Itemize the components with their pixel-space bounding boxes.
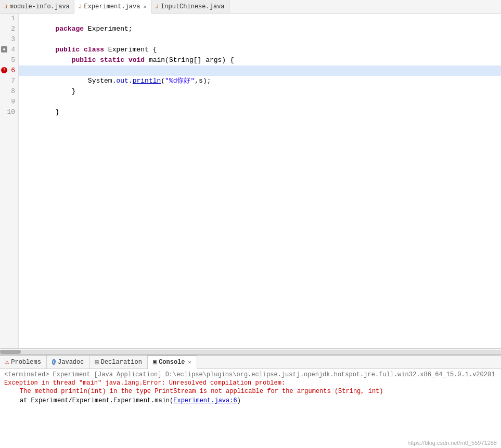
- bottom-panel: ⚠ Problems @ Javadoc ▤ Declaration ▣ Con…: [0, 354, 501, 448]
- problems-icon: ⚠: [5, 358, 9, 366]
- console-panel: <terminated> Experiment [Java Applicatio…: [0, 369, 501, 448]
- code-line-8: [19, 86, 501, 97]
- line-num-9: 9: [0, 97, 18, 107]
- tab-close-button[interactable]: ✕: [143, 4, 146, 10]
- code-container: 1 2 3 ◆ 4 5 ! 6 7 8 9 10 package Experim…: [0, 14, 501, 348]
- problems-label: Problems: [11, 359, 41, 366]
- watermark: https://blog.csdn.net/m0_55971288: [407, 440, 497, 446]
- line-num-1: 1: [0, 14, 18, 24]
- line-numbers: 1 2 3 ◆ 4 5 ! 6 7 8 9 10: [0, 14, 19, 348]
- line-num-6: ! 6: [0, 65, 18, 76]
- console-output: <terminated> Experiment [Java Applicatio…: [0, 369, 501, 406]
- console-at-text: at Experiment/Experiment.Experiment.main…: [20, 397, 173, 404]
- tab-declaration[interactable]: ▤ Declaration: [89, 355, 147, 368]
- code-line-2: [19, 24, 501, 34]
- tab-javadoc[interactable]: @ Javadoc: [47, 355, 90, 368]
- line-num-3: 3: [0, 34, 18, 45]
- java-icon: J: [156, 4, 159, 10]
- declaration-icon: ▤: [95, 358, 98, 366]
- javadoc-icon: @: [52, 359, 56, 366]
- code-line-3: public class Experiment {: [19, 34, 501, 45]
- java-icon: J: [79, 4, 82, 10]
- bottom-tab-bar: ⚠ Problems @ Javadoc ▤ Declaration ▣ Con…: [0, 355, 501, 369]
- code-line-7: }: [19, 76, 501, 86]
- line-num-7: 7: [0, 76, 18, 86]
- code-line-1: package Experiment;: [19, 14, 501, 24]
- code-line-5: int s=9;: [19, 55, 501, 65]
- console-terminated-line: <terminated> Experiment [Java Applicatio…: [4, 371, 497, 378]
- tab-bar: J module-info.java J Experiment.java ✕ J…: [0, 0, 501, 14]
- tab-label: InputChinese.java: [161, 3, 224, 10]
- console-label: Console: [159, 359, 185, 366]
- console-error-line1: Exception in thread "main" java.lang.Err…: [4, 379, 497, 387]
- javadoc-label: Javadoc: [58, 359, 84, 366]
- tab-problems[interactable]: ⚠ Problems: [0, 355, 47, 368]
- declaration-label: Declaration: [101, 359, 142, 366]
- console-close-button[interactable]: ✕: [188, 359, 191, 365]
- console-link[interactable]: Experiment.java:6: [173, 397, 237, 404]
- tab-label: Experiment.java: [84, 3, 140, 10]
- tab-console[interactable]: ▣ Console ✕: [148, 355, 197, 369]
- console-at-line: at Experiment/Experiment.Experiment.main…: [20, 397, 497, 404]
- editor-scrollbar[interactable]: [0, 348, 501, 354]
- code-line-10: [19, 107, 501, 117]
- tab-experiment[interactable]: J Experiment.java ✕: [74, 0, 151, 14]
- tab-module-info[interactable]: J module-info.java: [0, 0, 74, 13]
- console-icon: ▣: [153, 358, 157, 366]
- line-num-4: ◆ 4: [0, 45, 18, 55]
- code-line-9: }: [19, 97, 501, 107]
- code-area[interactable]: package Experiment; public class Experim…: [19, 14, 501, 348]
- line-num-2: 2: [0, 24, 18, 34]
- code-line-6: System.out.println("%d你好",s);: [19, 65, 501, 76]
- console-error-line2: The method println(int) in the type Prin…: [20, 388, 497, 395]
- line-num-10: 10: [0, 107, 18, 117]
- console-at-close: ): [237, 397, 241, 404]
- scrollbar-track[interactable]: [0, 350, 501, 354]
- editor-area: 1 2 3 ◆ 4 5 ! 6 7 8 9 10 package Experim…: [0, 14, 501, 354]
- line-num-5: 5: [0, 55, 18, 65]
- scrollbar-thumb[interactable]: [0, 350, 21, 354]
- tab-label: module-info.java: [10, 3, 70, 10]
- java-icon: J: [4, 4, 8, 10]
- line-num-8: 8: [0, 86, 18, 97]
- tab-inputchinese[interactable]: J InputChinese.java: [151, 0, 229, 13]
- code-line-4: public static void main(String[] args) {: [19, 45, 501, 55]
